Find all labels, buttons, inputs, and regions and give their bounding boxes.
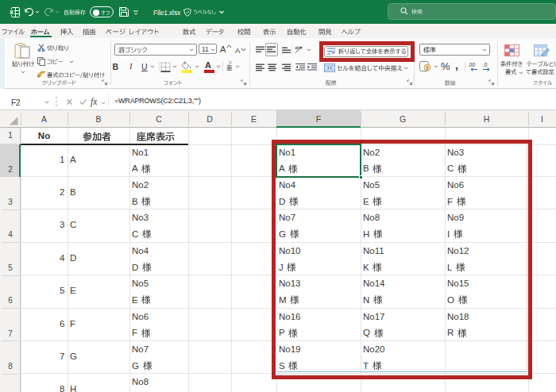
- svg-text:.0: .0: [483, 62, 488, 67]
- svg-text:ab: ab: [295, 45, 300, 50]
- svg-text:.00: .00: [468, 62, 475, 67]
